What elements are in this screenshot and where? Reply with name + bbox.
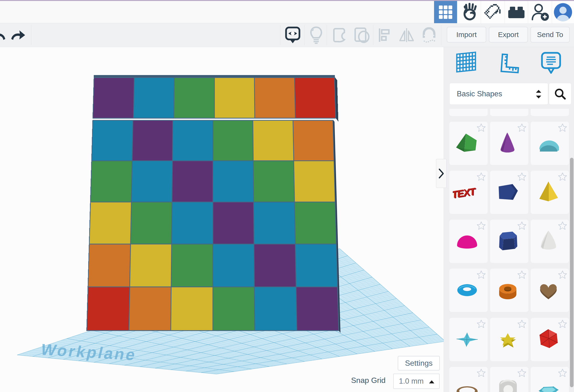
color-cube-object[interactable] [86, 75, 343, 338]
cube-seam [93, 118, 335, 119]
shape-card-icosahedron[interactable] [531, 318, 569, 361]
shape-thumb-round-roof [534, 128, 563, 158]
header-tile-hand-fruit[interactable] [457, 1, 481, 23]
header-tile-grid-3x3[interactable] [434, 1, 457, 23]
snap-grid-select[interactable]: 1.0 mm [393, 373, 440, 389]
header-tile-brick[interactable] [505, 1, 528, 23]
toolbar-divider [441, 25, 441, 45]
shape-card-roof[interactable] [449, 122, 488, 165]
cube-cell-O [129, 287, 171, 330]
shape-card-heart[interactable] [531, 269, 569, 312]
cube-cell-G [295, 202, 336, 244]
avatar [554, 3, 572, 21]
shape-thumb-roof [453, 128, 481, 158]
cube-row [93, 77, 336, 118]
toolbar-divider [373, 25, 373, 45]
shape-card-polygon[interactable] [490, 171, 528, 214]
shape-card-text[interactable]: TEXTTEXT [449, 171, 488, 214]
import-button[interactable]: Import [447, 27, 486, 42]
cube-cell-B [92, 121, 132, 160]
shape-thumb-star-4 [453, 325, 481, 354]
shape-card-half-sphere[interactable] [449, 220, 488, 263]
panel-ruler-button[interactable] [498, 53, 520, 76]
cube-cell-O [293, 121, 334, 160]
cube-cell-P [296, 287, 338, 330]
shape-thumb-cone [493, 128, 522, 158]
header-tile-person-add[interactable] [528, 1, 552, 23]
cube-cell-B [173, 121, 213, 160]
cube-top-face [94, 75, 335, 77]
shape-thumb-dice [493, 373, 522, 392]
tinkercad-app: Import Export Send To Workplane Settings… [0, 0, 574, 392]
cube-cell-G [213, 121, 253, 160]
snap-grid-label: Snap Grid [351, 376, 386, 385]
shape-card-ring[interactable] [449, 367, 488, 392]
cube-cell-Y [215, 78, 254, 118]
tool-hole-shape-icon[interactable] [353, 23, 370, 47]
undo-button[interactable] [0, 23, 7, 47]
export-button[interactable]: Export [489, 27, 528, 42]
avatar[interactable] [552, 1, 574, 23]
shape-thumb-text: TEXTTEXT [453, 177, 481, 207]
panel-collapse-button[interactable] [436, 159, 447, 188]
category-dropdown[interactable]: Basic Shapes [449, 83, 548, 105]
category-value: Basic Shapes [457, 90, 502, 98]
panel-notes-button[interactable] [540, 51, 562, 76]
snap-grid-value: 1.0 mm [399, 377, 424, 386]
shape-card-tube[interactable] [490, 269, 528, 312]
settings-button[interactable]: Settings [398, 356, 440, 371]
tool-align-icon[interactable] [376, 23, 393, 47]
shape-thumb-pyramid [534, 177, 563, 207]
tool-mirror-icon[interactable] [398, 23, 415, 47]
shape-thumb-half-sphere [453, 226, 481, 256]
grid-3x3-icon [439, 5, 452, 19]
brick-icon [507, 6, 525, 19]
tool-annotation-eye-icon[interactable] [284, 23, 301, 47]
shape-card-partial[interactable] [490, 109, 528, 116]
shape-card-partial[interactable] [449, 109, 488, 116]
cube-cell-Y [90, 202, 131, 244]
cube-cell-O [255, 78, 295, 118]
cube-rows [86, 120, 339, 331]
tool-magnet-icon[interactable] [420, 23, 438, 47]
search-button[interactable] [549, 83, 571, 105]
cube-cell-O [88, 245, 130, 287]
shape-card-dice[interactable] [490, 367, 528, 392]
cube-cell-B [254, 202, 295, 244]
header-tile-pickaxe[interactable] [481, 1, 505, 23]
shape-card-star-5[interactable] [490, 318, 528, 361]
cube-cell-R [295, 78, 335, 118]
tool-lightbulb-icon[interactable] [308, 23, 325, 47]
shape-card-pyramid[interactable] [531, 171, 569, 214]
shape-gallery[interactable]: TEXTTEXT [444, 108, 574, 392]
shape-card-torus[interactable] [449, 269, 488, 312]
scrollbar-thumb[interactable] [570, 158, 574, 387]
cube-cell-B [132, 161, 172, 201]
pickaxe-icon [484, 4, 502, 20]
search-icon [554, 88, 566, 100]
panel-workplane-button[interactable] [455, 51, 477, 76]
cube-cell-G [171, 245, 212, 287]
shape-card-partial[interactable] [531, 109, 569, 116]
cube-cell-Y [130, 245, 171, 287]
cube-cell-B [172, 202, 212, 244]
shape-thumb-ring [453, 373, 481, 392]
shape-thumb-hexagonal-prism [493, 226, 522, 256]
cube-cell-B [255, 287, 296, 330]
shape-card-hexagonal-prism[interactable] [490, 220, 528, 263]
redo-button[interactable] [9, 23, 26, 47]
shape-thumb-torus [453, 275, 481, 305]
shape-thumb-paraboloid [534, 226, 563, 256]
shape-card-round-roof[interactable] [531, 122, 569, 165]
toolbar-divider [304, 25, 305, 45]
cube-cell-P [132, 121, 172, 160]
shapes-panel: Basic Shapes [444, 47, 574, 392]
tool-solid-shape-icon[interactable] [331, 23, 348, 47]
shape-card-cone[interactable] [490, 122, 528, 165]
select-arrows-icon [535, 89, 542, 99]
shape-card-gem[interactable] [531, 367, 569, 392]
shape-card-paraboloid[interactable] [531, 220, 569, 263]
send-to-button[interactable]: Send To [531, 27, 570, 42]
shape-card-star-4[interactable] [449, 318, 488, 361]
viewport-canvas[interactable]: Workplane Settings Snap Grid 1.0 mm [0, 47, 444, 392]
